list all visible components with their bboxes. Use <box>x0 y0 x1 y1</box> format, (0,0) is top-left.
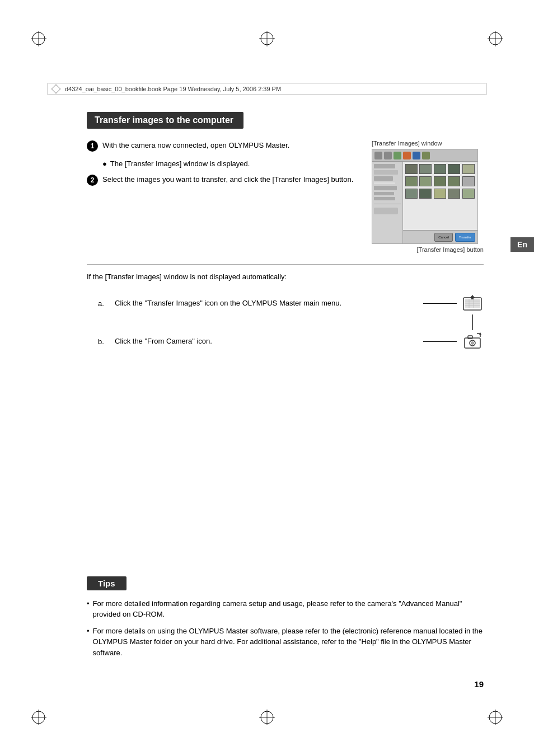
step-number-1: 1 <box>87 140 98 152</box>
ss-thumb-3 <box>434 164 446 174</box>
header-bar: d4324_oai_basic_00_bookfile.book Page 19… <box>48 83 486 95</box>
bullet-dot-icon: ● <box>102 158 107 170</box>
tips-title: Tips <box>87 576 127 590</box>
ss-sidebar-item-1 <box>374 164 395 168</box>
ss-sidebar-item-7 <box>374 197 395 200</box>
ss-thumb-9 <box>448 176 460 186</box>
sub-steps: a. Click the "Transfer Images" icon on t… <box>98 292 484 353</box>
reg-mark-tl <box>31 31 46 46</box>
screenshot-area: [Transfer Images] window <box>372 140 484 253</box>
step-1-bullet-text: The [Transfer Images] window is displaye… <box>110 158 250 170</box>
ss-transfer-btn: Transfer <box>455 233 475 242</box>
sub-step-b-text: Click the "From Camera" icon. <box>115 336 419 347</box>
tips-section: Tips • For more detailed information reg… <box>87 576 484 664</box>
ss-thumb-14 <box>448 189 460 199</box>
tips-bullet-2-text: For more details on using the OLYMPUS Ma… <box>93 626 484 659</box>
sub-step-b: b. Click the "From Camera" icon. <box>98 330 484 353</box>
header-file-info: d4324_oai_basic_00_bookfile.book Page 19… <box>65 86 281 92</box>
step-number-2: 2 <box>87 175 98 186</box>
ss-thumb-13 <box>434 189 446 199</box>
tips-bullet-dot-2: • <box>87 626 90 637</box>
ss-thumb-1 <box>405 164 418 174</box>
step-1-bullet: ● The [Transfer Images] window is displa… <box>102 158 355 170</box>
ss-thumb-10 <box>462 176 475 186</box>
sub-step-a-line <box>423 303 457 304</box>
ss-thumb-11 <box>405 189 418 199</box>
en-badge: En <box>510 237 534 252</box>
tips-bullet-1: • For more detailed information regardin… <box>87 598 484 620</box>
ss-tb-btn-1 <box>374 152 382 159</box>
reg-mark-bm <box>259 710 275 725</box>
sub-step-b-line <box>423 341 457 342</box>
step-2-text: Select the images you want to transfer, … <box>102 174 353 185</box>
ss-tb-btn-6 <box>422 152 430 159</box>
tips-bullet-2: • For more details on using the OLYMPUS … <box>87 626 484 659</box>
ss-sidebar-item-3 <box>374 176 393 181</box>
reg-mark-bl <box>31 710 46 725</box>
divider-label: If the [Transfer Images] window is not d… <box>87 273 287 281</box>
ss-tb-btn-4 <box>403 152 411 159</box>
ss-thumb-12 <box>419 189 432 199</box>
sub-step-a-text: Click the "Transfer Images" icon on the … <box>115 298 419 309</box>
ss-thumb-5 <box>462 164 475 174</box>
ss-thumb-4 <box>448 164 460 174</box>
ss-sidebar <box>372 162 403 243</box>
ss-sidebar-item-8 <box>374 208 398 214</box>
divider-text: If the [Transfer Images] window is not d… <box>87 264 484 281</box>
reg-mark-tr <box>488 31 503 46</box>
section-title: Transfer images to the computer <box>87 112 243 129</box>
page: d4324_oai_basic_00_bookfile.book Page 19… <box>0 0 534 756</box>
transfer-images-icon <box>461 292 484 314</box>
sub-step-b-label: b. <box>98 337 115 346</box>
step-1-text: With the camera now connected, open OLYM… <box>102 140 289 151</box>
ss-thumbnails-row2 <box>405 176 475 186</box>
ss-thumb-8 <box>434 176 446 186</box>
ss-cancel-btn: Cancel <box>434 233 453 242</box>
steps-list: 1 With the camera now connected, open OL… <box>87 140 355 253</box>
svg-point-28 <box>471 342 474 345</box>
ss-thumb-6 <box>405 176 418 186</box>
step-2: 2 Select the images you want to transfer… <box>87 174 355 186</box>
screenshot-label-bottom: [Transfer Images] button <box>372 246 484 253</box>
svg-rect-29 <box>468 336 472 339</box>
tips-bullet-1-text: For more detailed information regarding … <box>93 598 484 620</box>
main-content: Transfer images to the computer 1 With t… <box>87 112 484 353</box>
ss-thumb-2 <box>419 164 432 174</box>
sub-step-a-label: a. <box>98 299 115 308</box>
ss-tb-btn-3 <box>394 152 401 159</box>
svg-marker-25 <box>470 295 475 299</box>
ss-toolbar <box>372 149 477 162</box>
ss-sidebar-item-4 <box>374 182 395 184</box>
ss-tb-btn-5 <box>413 152 420 159</box>
ss-sidebar-item-2 <box>374 170 398 175</box>
ss-divider <box>374 204 401 204</box>
steps-area: 1 With the camera now connected, open OL… <box>87 140 484 253</box>
ss-thumbnails-row3 <box>405 189 475 199</box>
step-1: 1 With the camera now connected, open OL… <box>87 140 355 152</box>
ss-bottom-bar: Cancel Transfer <box>403 230 477 243</box>
ss-sidebar-item-5 <box>374 186 397 190</box>
tips-bullet-dot-1: • <box>87 598 90 609</box>
page-number: 19 <box>474 679 484 689</box>
reg-mark-tm <box>259 31 275 46</box>
screenshot-label-top: [Transfer Images] window <box>372 140 484 147</box>
ss-thumb-15 <box>462 189 475 199</box>
header-diamond-icon <box>51 84 61 94</box>
ss-thumbnails-row1 <box>405 164 475 174</box>
ss-sidebar-item-6 <box>374 192 394 195</box>
connector-line-icon <box>472 314 473 330</box>
screenshot-image: Cancel Transfer <box>372 149 478 244</box>
ss-tb-btn-2 <box>384 152 392 159</box>
sub-step-a: a. Click the "Transfer Images" icon on t… <box>98 292 484 314</box>
from-camera-icon <box>461 330 484 353</box>
reg-mark-br <box>488 710 503 725</box>
ss-thumb-7 <box>419 176 432 186</box>
